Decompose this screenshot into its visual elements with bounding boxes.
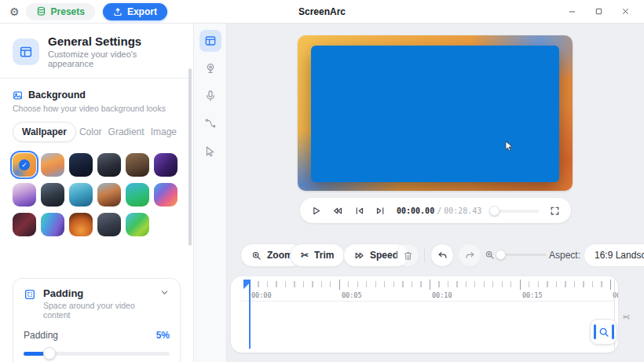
sidebar-header: General Settings Customize your video's … xyxy=(0,24,193,78)
playback-bar: 00:00.00 / 00:28.43 xyxy=(300,198,571,223)
total-time: 00:28.43 xyxy=(444,207,481,215)
major-tick xyxy=(339,280,340,290)
fast-forward-icon xyxy=(354,250,364,261)
redo-button xyxy=(458,243,481,267)
aspect-ratio-dropdown[interactable]: 16:9 Landscape xyxy=(584,243,644,267)
ruler-label: 00:05 xyxy=(342,291,362,299)
timeline-panel[interactable]: 00:0000:0500:1000:1500:20 xyxy=(231,276,618,353)
ruler-label: 00:10 xyxy=(432,291,452,299)
tab-color[interactable]: Color xyxy=(76,122,105,141)
padding-slider-label: Padding xyxy=(24,330,58,341)
zoom-region-start-handle[interactable] xyxy=(594,324,596,339)
wallpaper-thumb-night-sky[interactable] xyxy=(69,153,93,177)
padding-card: Padding Space around your video content … xyxy=(13,278,181,362)
padding-value: 5% xyxy=(156,330,170,341)
page-title: General Settings xyxy=(48,35,181,48)
minimize-button[interactable] xyxy=(564,4,580,20)
timeline-ruler: 00:0000:0500:1000:1500:20 xyxy=(249,280,614,302)
wallpaper-thumb-aurora-streaks[interactable] xyxy=(41,213,64,236)
export-button[interactable]: Export xyxy=(103,3,167,20)
general-settings-icon xyxy=(13,38,39,65)
main-area: 00:00.00 / 00:28.43 Zoom ✂ Trim xyxy=(227,24,644,362)
minor-ticks xyxy=(249,281,612,287)
settings-sidebar: General Settings Customize your video's … xyxy=(0,24,194,362)
magnifier-icon xyxy=(598,327,609,338)
rail-item-layout[interactable] xyxy=(199,30,221,52)
edit-toolbar: Zoom ✂ Trim Speed xyxy=(227,243,644,267)
presets-button[interactable]: Presets xyxy=(26,3,95,20)
timeline-zoom-thumb[interactable] xyxy=(496,250,506,260)
wallpaper-thumb-ventura-orange[interactable]: ✓ xyxy=(13,153,36,177)
undo-button[interactable] xyxy=(430,243,454,267)
chevron-down-icon[interactable] xyxy=(159,287,170,298)
presets-label: Presets xyxy=(51,6,85,17)
tab-image[interactable]: Image xyxy=(148,122,180,141)
play-button[interactable] xyxy=(311,206,321,216)
image-icon xyxy=(13,90,23,101)
wallpaper-thumb-island-teal[interactable] xyxy=(69,183,93,207)
tab-gradient[interactable]: Gradient xyxy=(105,122,148,141)
wallpaper-thumb-island-dark[interactable] xyxy=(41,183,64,207)
rail-item-cursor[interactable] xyxy=(199,140,221,162)
ruler-label: 00:00 xyxy=(251,291,272,299)
padding-slider-fill xyxy=(24,352,44,356)
close-button[interactable] xyxy=(617,4,633,20)
background-description: Choose how your video background looks xyxy=(13,104,181,113)
sidebar-scrollbar[interactable] xyxy=(188,68,192,246)
padding-slider-thumb[interactable] xyxy=(43,347,56,360)
titlebar: ⚙ Presets Export ScreenArc xyxy=(0,0,644,24)
video-preview[interactable] xyxy=(298,35,573,191)
wallpaper-thumb-green-wave[interactable] xyxy=(126,183,149,207)
divider xyxy=(240,301,614,302)
wallpaper-thumb-autumn-cliffs[interactable] xyxy=(97,183,121,207)
export-label: Export xyxy=(127,6,157,17)
wallpaper-thumb-gray-ridge[interactable] xyxy=(97,213,121,236)
rail-item-cursor-path[interactable] xyxy=(199,112,221,134)
background-type-tabs: Wallpaper Color Gradient Image xyxy=(13,122,181,142)
skip-to-end-button[interactable] xyxy=(375,206,386,216)
recorded-cursor-icon xyxy=(505,141,514,151)
background-section: Background Choose how your video backgro… xyxy=(0,79,193,236)
rail-item-microphone[interactable] xyxy=(199,85,221,107)
page-subtitle: Customize your video's appearance xyxy=(48,49,181,68)
wallpaper-thumb-red-swirl[interactable] xyxy=(13,213,36,236)
maximize-button[interactable] xyxy=(591,4,606,20)
rewind-button[interactable] xyxy=(332,206,343,216)
wallpaper-thumb-mountain-dark[interactable] xyxy=(97,153,121,177)
playhead[interactable] xyxy=(249,280,251,349)
trim-tool-button[interactable]: ✂ Trim xyxy=(290,243,345,267)
padding-slider[interactable] xyxy=(24,347,170,360)
skip-to-start-button[interactable] xyxy=(354,206,364,216)
recorded-screen[interactable] xyxy=(311,46,559,182)
zoom-region-end-handle[interactable] xyxy=(612,324,614,339)
seek-thumb[interactable] xyxy=(489,206,499,216)
padding-icon xyxy=(24,288,36,301)
major-tick xyxy=(610,280,611,290)
major-tick xyxy=(430,280,430,290)
wallpaper-thumb-purple-dunes[interactable] xyxy=(154,153,177,177)
divider xyxy=(424,247,425,263)
wallpaper-thumb-grass-green[interactable] xyxy=(126,213,149,236)
aspect-label: Aspect: xyxy=(549,250,580,261)
wallpaper-thumb-big-sur[interactable] xyxy=(154,183,177,207)
upload-icon xyxy=(113,7,123,16)
wallpaper-thumb-sequoia[interactable] xyxy=(41,153,64,177)
tool-rail xyxy=(194,24,227,362)
wallpaper-thumb-monterey[interactable] xyxy=(13,183,36,207)
trim-end-scissors-icon[interactable]: ✂ xyxy=(622,312,630,323)
delete-button xyxy=(396,243,419,267)
timeline-zoom-slider[interactable] xyxy=(498,254,547,256)
window-title: ScreenArc xyxy=(298,6,346,17)
padding-card-subtitle: Space around your video content xyxy=(43,301,152,320)
fullscreen-button[interactable] xyxy=(550,206,560,216)
seek-bar[interactable] xyxy=(492,206,539,215)
gear-icon[interactable]: ⚙ xyxy=(9,5,20,18)
padding-card-title: Padding xyxy=(43,287,152,299)
scissors-icon: ✂ xyxy=(301,250,309,261)
tab-wallpaper[interactable]: Wallpaper xyxy=(13,122,76,142)
zoom-region-marker[interactable] xyxy=(590,319,617,345)
wallpaper-thumb-poppy-flower[interactable] xyxy=(69,213,93,236)
ruler-label: 00:15 xyxy=(522,291,543,299)
rail-item-webcam[interactable] xyxy=(199,57,221,79)
wallpaper-thumb-mojave-desert[interactable] xyxy=(126,153,149,177)
